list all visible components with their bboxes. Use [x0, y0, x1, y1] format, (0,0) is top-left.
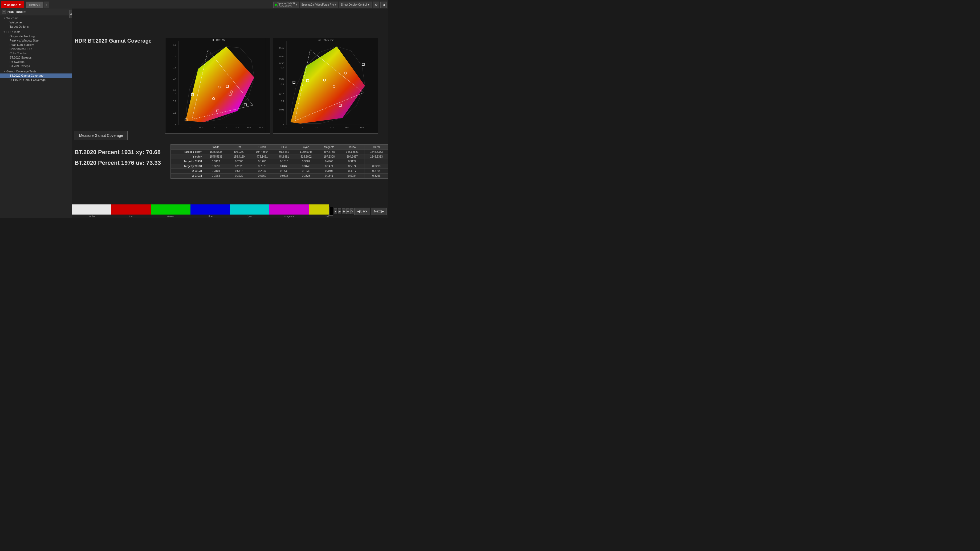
sidebar-collapse-button[interactable]: ▼	[2, 10, 6, 14]
swatch-magenta[interactable]: Magenta	[269, 205, 309, 218]
table-cell: 515.5002	[294, 154, 318, 159]
swatch-cyan-color	[230, 205, 269, 214]
swatch-cyan[interactable]: Cyan	[230, 205, 269, 218]
table-cell: 1047.8594	[250, 149, 274, 154]
table-cell: 1139.5046	[294, 149, 318, 154]
charts-area: CIE 1931 xy	[165, 38, 378, 133]
svg-text:0.4: 0.4	[173, 77, 176, 80]
table-row-label: Target y:CIE31	[171, 164, 204, 169]
table-row: Y cd/m²1545.5333155.4150475.146154.88815…	[171, 154, 388, 159]
calman-logo: ✦ calman ▼	[1, 2, 24, 8]
swatch-cyan-label: Cyan	[247, 215, 253, 218]
col-header-yellow: Yellow	[340, 145, 364, 149]
nav-item-grayscale[interactable]: Grayscale Tracking	[0, 34, 72, 38]
history-tab[interactable]: History 1	[26, 2, 43, 8]
svg-text:0.4: 0.4	[280, 66, 284, 69]
table-cell: 54.8881	[274, 154, 294, 159]
device2-name: SpectraCal VideoForge Pro	[301, 3, 334, 6]
nav-item-peak-window[interactable]: Peak vs. Window Size	[0, 38, 72, 43]
top-right-controls: SpectraCal C6 LG G4 OLED ▼ SpectraCal Vi…	[273, 2, 388, 8]
svg-text:0: 0	[178, 126, 179, 129]
nav-item-peak-lum[interactable]: Peak Lum Stability	[0, 43, 72, 47]
svg-text:0.2: 0.2	[173, 100, 176, 103]
device1-sub: LG G4 OLED	[277, 5, 294, 8]
next-button[interactable]: Next ▶	[371, 208, 387, 215]
svg-text:0.7: 0.7	[259, 126, 263, 129]
col-header-blue: Blue	[274, 145, 294, 149]
swatch-blue[interactable]: Blue	[191, 205, 230, 218]
nav-item-uhdap3-gamut[interactable]: UHDA-P3 Gamut Coverage	[0, 78, 72, 82]
svg-text:0.2: 0.2	[280, 83, 284, 86]
play-button[interactable]: ▶	[338, 208, 341, 214]
table-row: x: CIE310.31040.67130.25470.14360.19350.…	[171, 169, 388, 173]
tab-area: History 1 +	[26, 2, 49, 8]
back-button[interactable]: ◀ Back	[354, 208, 371, 215]
col-header-empty	[171, 145, 204, 149]
nav-item-target-options[interactable]: Target Options	[0, 24, 72, 29]
svg-text:0.1: 0.1	[280, 100, 284, 103]
main-content: HDR BT.2020 Gamut Coverage CIE 1931 xy	[72, 8, 388, 218]
nav-section-welcome-header[interactable]: ▼ Welcome	[0, 16, 72, 20]
table-cell: 0.2547	[250, 169, 274, 173]
nav-section-hdr: ▼ HDR Tests Grayscale Tracking Peak vs. …	[0, 29, 72, 69]
nav-item-welcome[interactable]: Welcome	[0, 20, 72, 24]
record-button[interactable]: ⏺	[342, 208, 345, 214]
col-header-cyan: Cyan	[294, 145, 318, 149]
nav-item-bt2020-sweeps[interactable]: BT.2020 Sweeps	[0, 56, 72, 60]
nav-item-bt709-sweeps[interactable]: BT.709 Sweeps	[0, 64, 72, 68]
device1-arrow-icon: ▼	[295, 3, 298, 6]
chart-cie1931: CIE 1931 xy	[165, 38, 270, 133]
measure-gamut-button[interactable]: Measure Gamut Coverage	[75, 131, 127, 140]
logo-star: ✦	[4, 3, 6, 6]
table-cell: 197.3308	[318, 154, 340, 159]
swatch-white[interactable]: White	[72, 205, 111, 218]
svg-text:0: 0	[286, 126, 287, 129]
nav-item-colormatch[interactable]: ColorMatch HDR	[0, 47, 72, 51]
nav-section-hdr-header[interactable]: ▼ HDR Tests	[0, 30, 72, 34]
back-arrow-button[interactable]: ◀	[380, 2, 387, 8]
data-table-container: White Red Green Blue Cyan Magenta Yellow…	[170, 144, 388, 179]
svg-text:0.2: 0.2	[199, 126, 203, 129]
direct-display-label: Direct Display Control	[341, 3, 367, 6]
stop-button[interactable]: ■	[334, 208, 337, 214]
swatch-white-label: White	[89, 215, 95, 218]
table-cell: 0.3290	[364, 164, 388, 169]
table-cell: 0.1700	[250, 159, 274, 164]
chart2-label: CIE 1976 u'v'	[318, 39, 334, 41]
table-cell: 155.4150	[228, 154, 250, 159]
device1-status-dot	[275, 4, 277, 6]
direct-display-control[interactable]: Direct Display Control ▼	[339, 2, 372, 8]
loop-button[interactable]: ↩	[346, 208, 350, 214]
nav-welcome-label: Welcome	[6, 16, 19, 20]
svg-text:0.5: 0.5	[236, 126, 239, 129]
table-cell: 0.1310	[274, 159, 294, 164]
table-row-label: Y cd/m²	[171, 154, 204, 159]
table-cell: 0.3266	[204, 173, 228, 178]
table-row: Target x:CIE310.31270.70800.17000.13100.…	[171, 159, 388, 164]
welcome-expand-icon: ▼	[3, 17, 5, 19]
table-cell: 0.6760	[250, 173, 274, 178]
swatch-blue-color	[191, 205, 230, 214]
nav-gamut-label: Gamut Coverage Tests	[6, 70, 36, 73]
sidebar-collapse-arrow[interactable]: ◀	[69, 10, 72, 18]
table-cell: 0.1471	[318, 164, 340, 169]
next-label: Next	[374, 210, 381, 213]
add-tab-button[interactable]: +	[44, 2, 49, 8]
nav-item-p3-sweeps[interactable]: P3 Sweeps	[0, 60, 72, 64]
table-cell: 0.3127	[340, 159, 364, 164]
device1-select[interactable]: SpectraCal C6 LG G4 OLED ▼	[273, 2, 299, 8]
next-arrow-icon: ▶	[382, 210, 384, 213]
nav-item-colorchecker[interactable]: ColorChecker	[0, 51, 72, 56]
swatch-red[interactable]: Red	[111, 205, 151, 218]
extra-button[interactable]: ⟳	[350, 208, 353, 214]
device1-container: SpectraCal C6 LG G4 OLED	[277, 2, 294, 8]
nav-section-gamut-header[interactable]: ▼ Gamut Coverage Tests	[0, 69, 72, 73]
chart-cie1976: CIE 1976 u'v'	[273, 38, 378, 133]
nav-item-bt2020-gamut[interactable]: BT.2020 Gamut Coverage	[0, 73, 72, 78]
device2-arrow-icon: ▼	[334, 3, 337, 6]
table-cell: 475.1461	[250, 154, 274, 159]
table-row-label: Target Y cd/m²	[171, 149, 204, 154]
swatch-green[interactable]: Green	[151, 205, 191, 218]
settings-button[interactable]: ⚙	[373, 2, 379, 8]
device2-select[interactable]: SpectraCal VideoForge Pro ▼	[300, 2, 338, 8]
